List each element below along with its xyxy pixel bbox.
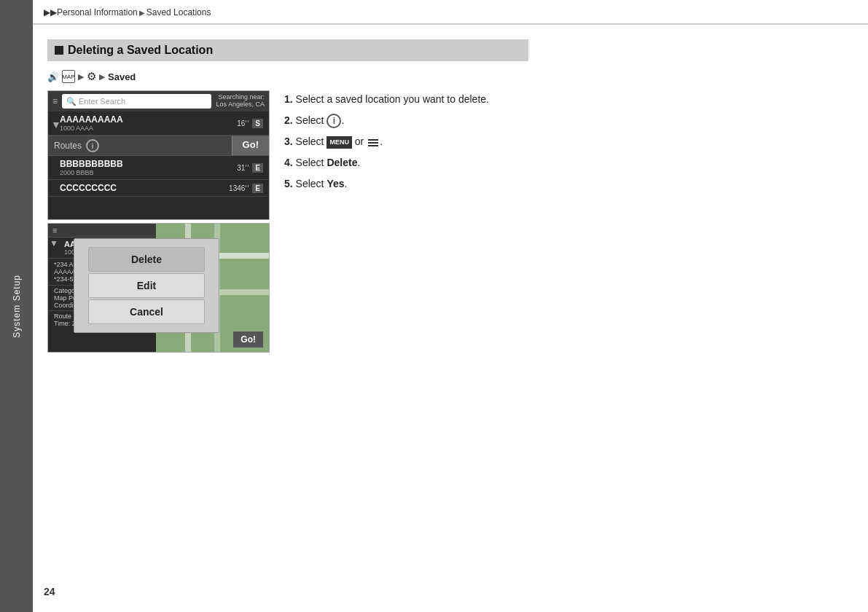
item3-name: CCCCCCCCC [60, 183, 117, 193]
search-icon-magnify: 🔍 [66, 97, 77, 106]
item2-dir: E [252, 163, 263, 173]
s2-scroll-down: ▼ [50, 238, 58, 248]
breadcrumb-arrows: ▶▶ [44, 7, 57, 17]
content-layout: ≡ 🔍 Enter Search Searching near: Los Ang… [47, 90, 853, 353]
breadcrumb: ▶▶ Personal Information ▶ Saved Location… [0, 0, 868, 24]
item1-name: AAAAAAAAAA [60, 114, 123, 125]
nav-path: 🔊 MAP ▶ ⚙ ▶ Saved [47, 70, 853, 83]
section-header: Deleting a Saved Location [47, 39, 528, 61]
item2-dist: 31ˈˈ [237, 164, 249, 172]
section-square-icon [55, 46, 63, 55]
s2-hamburger: ≡ [52, 226, 57, 235]
main-content: Deleting a Saved Location 🔊 MAP ▶ ⚙ ▶ Sa… [33, 39, 868, 353]
step-1: 1. Select a saved location you want to d… [284, 92, 853, 107]
sidebar-label: System Setup [12, 275, 22, 338]
item1-dist: 16ˈˈ [237, 119, 249, 128]
map-go-button[interactable]: Go! [233, 332, 263, 348]
list-item-3[interactable]: CCCCCCCCC 1346ˈˈ E [48, 180, 269, 197]
nav-icon-settings: ⚙ [87, 70, 96, 83]
menu-icon-inline: MENU [327, 136, 352, 149]
edit-button[interactable]: Edit [88, 273, 205, 298]
nav-icon-map: MAP [62, 70, 75, 83]
screenshots-column: ≡ 🔍 Enter Search Searching near: Los Ang… [47, 90, 270, 353]
breadcrumb-arrow2: ▶ [139, 9, 145, 17]
list-icon-inline [368, 139, 378, 146]
sidebar: System Setup [0, 0, 33, 612]
item1-dir: S [252, 119, 263, 128]
list-item-1[interactable]: AAAAAAAAAA 1000 AAAA 16ˈˈ S [48, 111, 269, 136]
item2-name: BBBBBBBBBB [60, 159, 123, 169]
nav-saved-label: Saved [108, 71, 136, 82]
step4-bold: Delete [327, 157, 357, 168]
list-item-2[interactable]: BBBBBBBBBB 2000 BBBB 31ˈˈ E [48, 156, 269, 180]
search-placeholder: Enter Search [79, 97, 125, 106]
nav-icon-speaker: 🔊 [47, 71, 59, 82]
item3-dist: 1346ˈˈ [229, 184, 249, 192]
location-hint: Searching near: Los Angeles, CA [216, 94, 265, 109]
breadcrumb-item1: Personal Information [57, 7, 138, 17]
section-title: Deleting a Saved Location [68, 44, 213, 57]
info-circle-icon[interactable]: i [86, 139, 99, 152]
breadcrumb-item2: Saved Locations [146, 7, 211, 17]
info-icon-inline: i [327, 114, 341, 128]
screenshot-2: ≡ ▼ AAAAA 1000 A *234 AAA AAAAA *234-567 [47, 223, 270, 353]
routes-area[interactable]: Routes i [48, 136, 232, 155]
item1-sub: 1000 AAAA [60, 125, 123, 132]
screenshot-1: ≡ 🔍 Enter Search Searching near: Los Ang… [47, 90, 270, 220]
delete-button[interactable]: Delete [88, 247, 205, 272]
step-3: 3. Select MENU or . [284, 134, 853, 149]
step-2: 2. Select i. [284, 113, 853, 128]
cancel-button[interactable]: Cancel [88, 299, 205, 324]
info-bar: Routes i Go! [48, 136, 269, 156]
location-hint-line2: Los Angeles, CA [216, 101, 265, 109]
item2-sub: 2000 BBBB [60, 169, 123, 176]
step5-bold: Yes [327, 178, 344, 189]
scroll-down-icon: ▼ [51, 119, 61, 130]
step-4: 4. Select Delete. [284, 155, 853, 170]
item3-dir: E [252, 184, 263, 193]
hamburger-icon[interactable]: ≡ [52, 96, 58, 106]
search-input-mock[interactable]: 🔍 Enter Search [62, 94, 211, 109]
instructions-column: 1. Select a saved location you want to d… [284, 90, 853, 197]
search-bar: ≡ 🔍 Enter Search Searching near: Los Ang… [48, 91, 269, 111]
routes-label: Routes [54, 141, 82, 151]
step-5: 5. Select Yes. [284, 176, 853, 192]
dialog-overlay: Delete Edit Cancel [74, 238, 219, 333]
instructions-list: 1. Select a saved location you want to d… [284, 92, 853, 192]
go-button[interactable]: Go! [232, 136, 269, 155]
page-number: 24 [44, 586, 55, 597]
